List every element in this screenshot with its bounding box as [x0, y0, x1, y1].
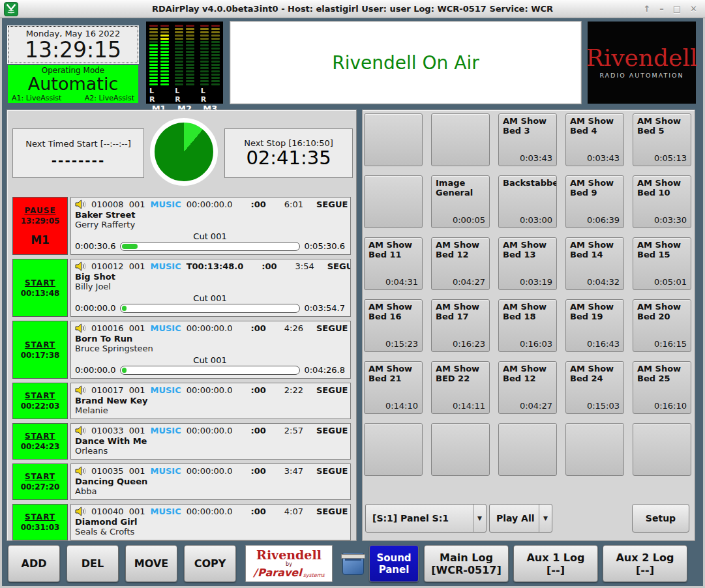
sound-pad-button[interactable]: AM Show Bed 50:05:13 — [633, 113, 691, 166]
sound-pad-button[interactable]: AM Show Bed 200:16:15 — [633, 299, 691, 352]
cue-button-label: START — [25, 391, 55, 400]
start-button[interactable]: START00:17:38 — [12, 321, 68, 379]
sound-pad-button[interactable]: AM Show Bed 210:14:10 — [364, 361, 423, 414]
meter-segment — [200, 77, 209, 79]
sound-pad-time: 0:16:03 — [520, 339, 552, 349]
sound-pad-button[interactable]: AM Show Bed 40:03:43 — [565, 113, 624, 166]
meter-segment — [186, 28, 194, 30]
pause-button[interactable]: PAUSE13:29:05M1 — [12, 197, 68, 255]
sound-pad-button[interactable] — [364, 423, 423, 476]
sound-pad-button[interactable]: AM Show Bed 120:04:27 — [431, 237, 490, 290]
sound-pad-button[interactable]: AM Show Bed 140:04:32 — [565, 237, 624, 290]
sound-pad-button[interactable] — [498, 423, 557, 476]
aux2-log-button[interactable]: Aux 2 Log [--] — [603, 545, 687, 582]
sound-pad-button[interactable] — [431, 423, 490, 476]
chevron-down-icon: ▼ — [539, 505, 552, 532]
start-button[interactable]: START00:24:23 — [12, 423, 68, 460]
meter-segment — [186, 61, 194, 63]
sound-pad-button[interactable]: Image General0:00:05 — [431, 175, 490, 228]
sound-pad-button[interactable]: AM Show Bed 100:03:30 — [633, 175, 691, 228]
log-entry-card[interactable]: 010017001MUSIC00:00:00.0:002:22SEGUEBran… — [70, 383, 351, 419]
log-entry-card[interactable]: 010008001MUSIC00:00:00.0:006:01SEGUEBake… — [70, 197, 351, 255]
elapsed-time: 0:00:00.0 — [75, 303, 116, 313]
log-entry-card[interactable]: 010040001MUSIC00:00:00.0:004:07SEGUEDiam… — [70, 504, 351, 540]
sound-pad-label: AM Show BED 22 — [436, 364, 485, 384]
sound-pad-button[interactable]: AM Show Bed 120:04:27 — [498, 361, 557, 414]
minimize-icon[interactable]: – — [659, 4, 664, 14]
sound-pad-button[interactable]: AM Show Bed 180:16:03 — [498, 299, 557, 352]
copy-button[interactable]: COPY — [184, 545, 236, 582]
delete-button[interactable]: DEL — [67, 545, 119, 582]
track-artist: Seals & Crofts — [75, 527, 345, 537]
meter-segment — [160, 51, 169, 53]
log-entry-card[interactable]: 010033001MUSIC00:00:00.0:002:57SEGUEDanc… — [70, 423, 351, 460]
meter-segment — [160, 28, 169, 30]
play-mode-dropdown[interactable]: Play All ▼ — [489, 504, 552, 533]
sound-panel-button[interactable]: Sound Panel — [369, 545, 419, 582]
start-time: 00:00:00.0 — [187, 426, 233, 435]
start-button[interactable]: START00:22:03 — [12, 383, 68, 419]
meter-columns — [200, 25, 220, 85]
operating-mode-display[interactable]: Operating Mode Automatic A1: LiveAssist … — [8, 65, 138, 103]
log-list: PAUSE13:29:05M1010008001MUSIC00:00:00.0:… — [12, 197, 351, 540]
sound-pad-button[interactable] — [431, 113, 490, 166]
progress-fill — [122, 244, 138, 249]
start-time: 00:00:00.0 — [187, 385, 233, 395]
log-entry-card[interactable]: 010035001MUSIC00:00:00.0:003:47SEGUEDanc… — [70, 463, 351, 500]
sound-pad-button[interactable] — [633, 423, 691, 476]
log-entry-card[interactable]: 010012001MUSICT00:13:48.0:003:54SEGUEBig… — [70, 259, 351, 317]
start-button[interactable]: START00:31:03 — [12, 504, 68, 540]
meter-segment — [186, 67, 194, 69]
move-button[interactable]: MOVE — [125, 545, 177, 582]
sound-pad-button[interactable]: AM Show Bed 190:16:43 — [565, 299, 624, 352]
sound-pad-button[interactable]: AM Show Bed 110:04:31 — [364, 237, 423, 290]
meter-segment — [149, 25, 158, 27]
meter-segment — [149, 64, 158, 66]
close-icon[interactable]: ✕ — [690, 4, 697, 14]
log-entry-card[interactable]: 010016001MUSIC00:00:00.0:004:26SEGUEBorn… — [70, 321, 351, 379]
sound-pad-button[interactable]: AM Show Bed 30:03:43 — [498, 113, 557, 166]
start-button[interactable]: START00:13:48 — [12, 259, 68, 317]
main-log-button[interactable]: Main Log [WCR-0517] — [424, 545, 509, 582]
sound-pad-button[interactable] — [565, 423, 624, 476]
cart-number: 010008 — [91, 199, 124, 209]
sound-pad-button[interactable]: AM Show Bed 90:06:39 — [565, 175, 624, 228]
wall-clock: Monday, May 16 2022 13:29:15 — [8, 26, 138, 63]
start-button[interactable]: START00:27:20 — [12, 463, 68, 500]
group-number: 001 — [129, 199, 145, 209]
add-button[interactable]: ADD — [8, 545, 60, 582]
panel-select-dropdown[interactable]: [S:1] Panel S:1 ▼ — [365, 504, 487, 533]
group-name: MUSIC — [150, 426, 181, 435]
sound-pad-button[interactable]: AM Show Bed 160:15:23 — [364, 299, 423, 352]
meter-channel-labels: L R — [149, 87, 172, 104]
sound-pad-button[interactable]: AM Show Bed 250:16:10 — [633, 361, 691, 414]
sound-pad-label: AM Show Bed 21 — [368, 364, 418, 384]
sound-pad-button[interactable]: AM Show Bed 150:05:01 — [633, 237, 691, 290]
meter-segment — [149, 41, 158, 43]
meter-segment — [211, 80, 220, 82]
sound-pad-button[interactable]: AM Show Bed 130:03:19 — [498, 237, 557, 290]
meter-segment — [160, 25, 169, 27]
next-timed-start-display: Next Timed Start [--:--:--] -------- — [12, 128, 144, 178]
meter-segment — [200, 44, 209, 46]
sound-pad-button[interactable]: AM Show BED 220:14:11 — [431, 361, 490, 414]
log-entry-meta: 010012001MUSICT00:13:48.0:003:54SEGUE — [75, 261, 345, 271]
transition-type: SEGUE — [316, 323, 348, 333]
shade-icon[interactable]: ↑ — [643, 4, 650, 14]
setup-button[interactable]: Setup — [632, 504, 689, 533]
speaker-icon — [75, 426, 86, 435]
meter-segment — [160, 41, 169, 43]
sound-pad-button[interactable]: Backstabber0:03:00 — [498, 175, 557, 228]
meter-segment — [186, 74, 194, 76]
paravel-logo-systems: systems — [303, 573, 325, 578]
track-artist: Gerry Rafferty — [75, 220, 345, 229]
sound-pad-button[interactable]: AM Show Bed 240:15:03 — [565, 361, 624, 414]
sound-pad-button[interactable] — [364, 175, 423, 228]
log-entry-meta: 010033001MUSIC00:00:00.0:002:57SEGUE — [75, 426, 345, 435]
maximize-icon[interactable]: □ — [673, 4, 681, 14]
meter-segment — [160, 74, 169, 76]
log-entry-meta: 010035001MUSIC00:00:00.0:003:47SEGUE — [75, 466, 345, 476]
sound-pad-button[interactable] — [364, 113, 423, 166]
sound-pad-button[interactable]: AM Show Bed 170:16:23 — [431, 299, 490, 352]
aux1-log-button[interactable]: Aux 1 Log [--] — [513, 545, 598, 582]
